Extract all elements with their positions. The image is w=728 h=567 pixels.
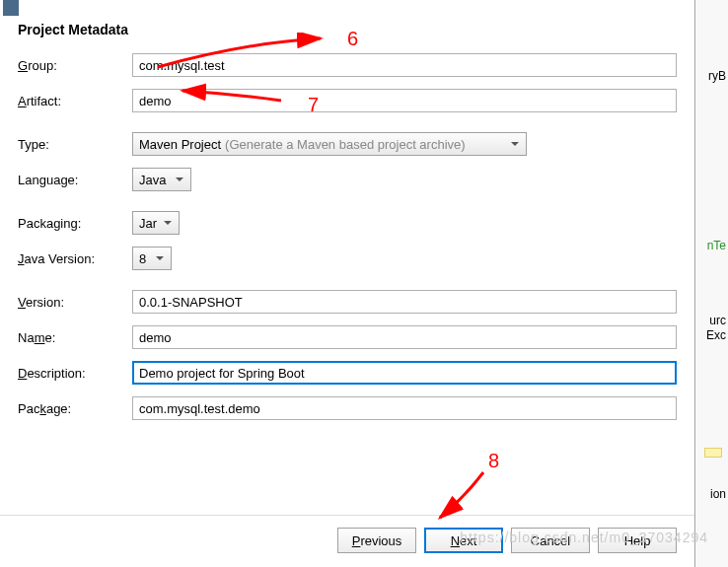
bg-marker <box>704 448 722 458</box>
bg-text: ryB <box>708 69 726 83</box>
group-label: Group: <box>18 58 132 73</box>
packaging-value: Jar <box>139 216 157 231</box>
language-label: Language: <box>18 173 132 187</box>
bg-text: ion <box>710 487 726 501</box>
type-label: Type: <box>18 137 132 152</box>
description-label: Description: <box>18 366 132 381</box>
packaging-select[interactable]: Jar <box>132 211 180 235</box>
artifact-input[interactable] <box>132 89 677 112</box>
package-input[interactable] <box>132 396 677 420</box>
cancel-button[interactable]: Cancel <box>511 528 590 553</box>
description-input[interactable] <box>132 361 677 385</box>
name-label: Name: <box>18 330 132 345</box>
java-version-select[interactable]: 8 <box>132 247 172 270</box>
bg-text: urc <box>709 314 726 327</box>
name-input[interactable] <box>132 325 677 349</box>
version-label: Version: <box>18 295 132 310</box>
artifact-label: Artifact: <box>18 94 132 108</box>
dialog-button-bar: Previous Next Cancel Help <box>0 515 694 553</box>
group-input[interactable] <box>132 53 677 77</box>
packaging-label: Packaging: <box>18 216 132 231</box>
section-title: Project Metadata <box>18 22 694 37</box>
package-label: Package: <box>18 401 132 416</box>
bg-text: Exc <box>706 328 726 342</box>
background-editor-strip: ryB nTe urc Exc ion <box>696 0 728 567</box>
language-select[interactable]: Java <box>132 168 191 191</box>
language-value: Java <box>139 173 166 187</box>
dialog-icon <box>3 0 19 16</box>
type-value: Maven Project <box>139 137 221 152</box>
project-metadata-form: Group: Artifact: Type: Maven Project (Ge… <box>0 53 694 420</box>
previous-button[interactable]: Previous <box>337 528 416 553</box>
java-version-value: 8 <box>139 251 146 266</box>
bg-text: nTe <box>707 239 726 252</box>
new-project-dialog: Project Metadata Group: Artifact: Type: … <box>0 0 695 567</box>
type-hint: (Generate a Maven based project archive) <box>225 137 466 152</box>
java-version-label: Java Version: <box>18 251 132 266</box>
help-button[interactable]: Help <box>598 528 677 553</box>
version-input[interactable] <box>132 290 677 314</box>
type-select[interactable]: Maven Project (Generate a Maven based pr… <box>132 132 527 156</box>
next-button[interactable]: Next <box>424 528 503 553</box>
